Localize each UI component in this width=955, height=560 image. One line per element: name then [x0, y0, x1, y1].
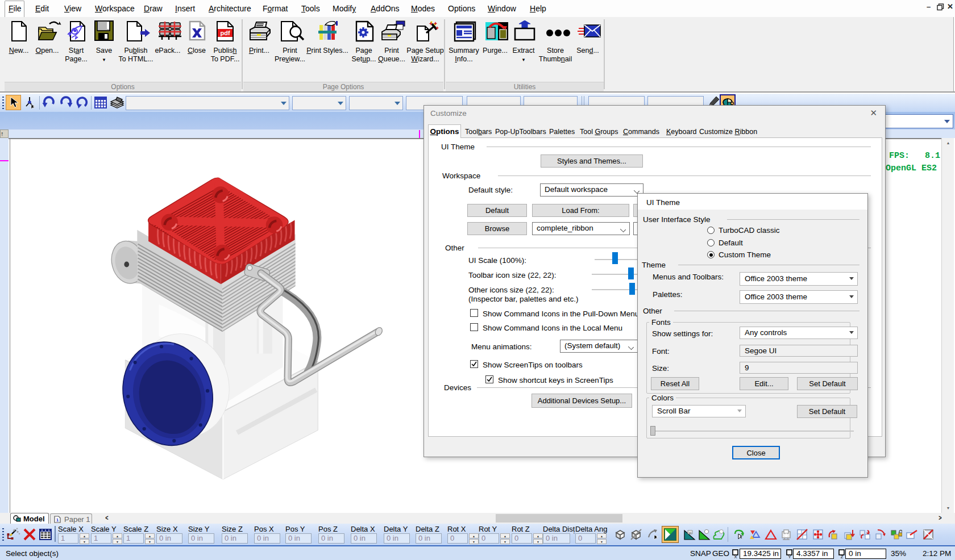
- svg-text:X: X: [734, 554, 737, 558]
- svg-text:Y: Y: [788, 554, 791, 558]
- svg-text:1: 1: [56, 517, 59, 523]
- svg-text:Z: Z: [841, 554, 844, 558]
- svg-text:W: W: [688, 531, 692, 534]
- svg-text:pdf: pdf: [220, 30, 230, 36]
